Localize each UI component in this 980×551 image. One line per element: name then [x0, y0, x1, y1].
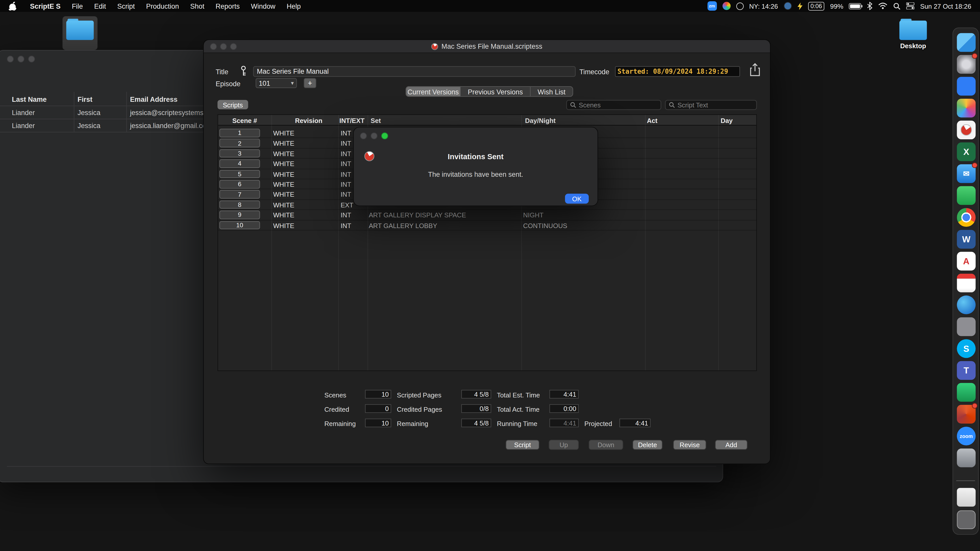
dock-icon-finder[interactable]: [957, 33, 975, 52]
active-app-name[interactable]: ScriptE S: [30, 2, 61, 10]
dock-icon-skype[interactable]: S: [957, 339, 975, 358]
dock-icon-office[interactable]: [957, 405, 975, 424]
menu-file[interactable]: File: [72, 2, 83, 10]
window-title: Mac Series File Manual.scriptess: [442, 43, 542, 50]
scene-number-chip[interactable]: 2: [220, 139, 260, 148]
pinwheel-status-icon[interactable]: [722, 2, 730, 10]
zoom-menubar-icon[interactable]: zm: [707, 1, 717, 11]
col-revision[interactable]: Revision: [295, 117, 322, 124]
dock-icon-word[interactable]: W: [957, 230, 975, 248]
scene-number-chip[interactable]: 6: [220, 180, 260, 188]
scene-number-chip[interactable]: 5: [220, 170, 260, 178]
dock-icon-excel[interactable]: X: [957, 142, 975, 161]
column-header-first[interactable]: First: [78, 96, 92, 103]
col-scene-number[interactable]: Scene #: [218, 117, 271, 124]
window-title-bar[interactable]: Mac Series File Manual.scriptess: [204, 40, 770, 53]
share-icon[interactable]: [749, 62, 761, 78]
menu-shot[interactable]: Shot: [190, 2, 204, 10]
scene-number-chip[interactable]: 7: [220, 190, 260, 198]
tab-current-versions[interactable]: Current Versions: [406, 87, 461, 96]
add-episode-button[interactable]: +: [304, 78, 316, 88]
shield-status-icon[interactable]: [783, 2, 792, 10]
dock-icon-teams[interactable]: T: [957, 361, 975, 380]
menu-reports[interactable]: Reports: [216, 2, 240, 10]
menubar-clock[interactable]: Sun 27 Oct 18:26: [920, 2, 971, 10]
close-button[interactable]: [360, 132, 367, 139]
dock-icon-calendar[interactable]: [957, 274, 975, 292]
menu-script[interactable]: Script: [117, 2, 135, 10]
scripte-main-window[interactable]: Mac Series File Manual.scriptess Title M…: [203, 39, 771, 464]
dock-icon-trash[interactable]: [957, 510, 975, 529]
tab-previous-versions[interactable]: Previous Versions: [461, 87, 531, 96]
invitations-sent-dialog[interactable]: Invitations Sent The invitations have be…: [353, 127, 598, 206]
desktop-folder-label: Desktop: [897, 42, 929, 49]
table-row[interactable]: 9 WHITE INT ART GALLERY DISPLAY SPACE NI…: [218, 210, 756, 220]
episode-select[interactable]: 101 ▾: [256, 78, 297, 88]
control-center-icon[interactable]: [907, 3, 915, 10]
dock-icon-mail[interactable]: ✉: [957, 164, 975, 183]
dock-icon-remote-desktop[interactable]: [957, 448, 975, 467]
menu-production[interactable]: Production: [146, 2, 179, 10]
menu-edit[interactable]: Edit: [94, 2, 106, 10]
search-script-text-input[interactable]: Script Text: [665, 100, 757, 110]
dock-icon-charts[interactable]: [957, 383, 975, 402]
script-button[interactable]: Script: [506, 440, 539, 450]
apple-menu-icon[interactable]: [9, 2, 16, 10]
dock-icon-safari[interactable]: [957, 295, 975, 314]
col-set[interactable]: Set: [371, 117, 381, 124]
minimize-button[interactable]: [220, 43, 227, 50]
dock-icon-system-settings[interactable]: [957, 55, 975, 74]
timer-status[interactable]: 0:06: [808, 2, 824, 10]
zoom-button[interactable]: [230, 43, 237, 50]
scene-number-chip[interactable]: 8: [220, 200, 260, 209]
projected-value: 4:41: [619, 419, 651, 427]
table-row[interactable]: 10 WHITE INT ART GALLERY LOBBY CONTINUOU…: [218, 220, 756, 230]
dock-icon-chrome[interactable]: [957, 208, 975, 227]
dock-icon-photos[interactable]: [957, 99, 975, 118]
close-button[interactable]: [210, 43, 217, 50]
dock-icon-launchpad[interactable]: [957, 318, 975, 336]
dock-icon-acrobat[interactable]: A: [957, 252, 975, 270]
tab-wish-list[interactable]: Wish List: [531, 87, 573, 96]
menu-help[interactable]: Help: [286, 2, 301, 10]
col-int-ext[interactable]: INT/EXT: [339, 117, 365, 124]
wifi-icon[interactable]: [878, 3, 888, 10]
column-header-email[interactable]: Email Address: [130, 96, 177, 103]
col-day[interactable]: Day: [721, 117, 733, 124]
ok-button[interactable]: OK: [565, 194, 589, 203]
desktop-folder[interactable]: Desktop: [897, 19, 929, 49]
add-button[interactable]: Add: [715, 440, 748, 450]
minimize-button[interactable]: [18, 56, 24, 62]
col-act[interactable]: Act: [647, 117, 657, 124]
scene-number-chip[interactable]: 10: [220, 221, 260, 229]
close-button[interactable]: [7, 56, 14, 62]
column-header-last-name[interactable]: Last Name: [12, 96, 47, 103]
scene-number-chip[interactable]: 4: [220, 159, 260, 168]
dock-icon-canister[interactable]: [957, 488, 975, 507]
col-day-night[interactable]: Day/Night: [525, 117, 555, 124]
search-scenes-input[interactable]: Scenes: [566, 100, 661, 110]
up-button[interactable]: Up: [549, 440, 579, 450]
zoom-button[interactable]: [28, 56, 35, 62]
progress-ring-icon[interactable]: [736, 2, 743, 10]
desktop-folder-selected[interactable]: [64, 19, 96, 40]
battery-icon[interactable]: [849, 3, 861, 9]
bluetooth-icon[interactable]: [867, 2, 873, 10]
dock-icon-numbers[interactable]: [957, 186, 975, 205]
spotlight-search-icon[interactable]: [893, 2, 900, 10]
revise-button[interactable]: Revise: [673, 440, 706, 450]
title-input[interactable]: Mac Series File Manual: [253, 66, 576, 77]
scripts-tab[interactable]: Scripts: [218, 100, 248, 110]
minimize-button[interactable]: [371, 132, 377, 139]
dock-icon-app-store[interactable]: [957, 77, 975, 95]
down-button[interactable]: Down: [589, 440, 623, 450]
dock-icon-scripte[interactable]: [957, 121, 975, 139]
zoom-button[interactable]: [381, 132, 388, 139]
scene-number-chip[interactable]: 1: [220, 129, 260, 137]
scene-number-chip[interactable]: 3: [220, 149, 260, 158]
ny-time-status[interactable]: NY: 14:26: [749, 2, 778, 10]
scene-number-chip[interactable]: 9: [220, 211, 260, 219]
delete-button[interactable]: Delete: [632, 440, 662, 450]
dock-icon-zoom[interactable]: zoom: [957, 427, 975, 445]
menu-window[interactable]: Window: [251, 2, 275, 10]
